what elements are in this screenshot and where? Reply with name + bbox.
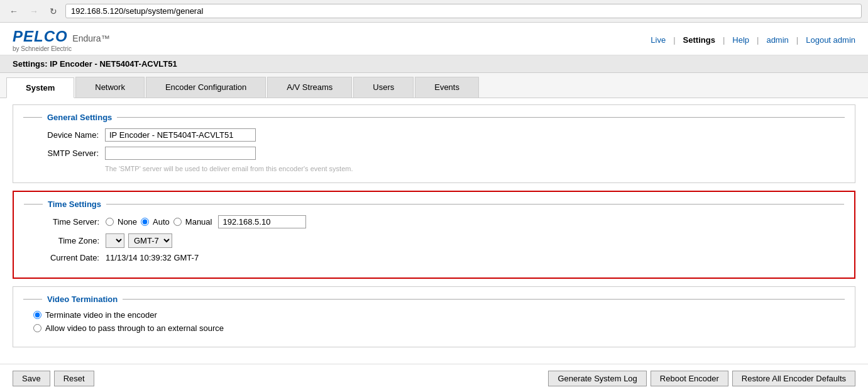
footer-right: Generate System Log Reboot Encoder Resto… <box>548 371 855 386</box>
device-name-label: Device Name: <box>23 130 99 140</box>
video-terminate-radio[interactable] <box>33 311 41 319</box>
admin-link[interactable]: admin <box>766 35 788 45</box>
time-server-row: Time Server: None Auto Manual <box>24 215 844 228</box>
live-link[interactable]: Live <box>651 35 666 45</box>
pelco-logo: PELCO <box>13 28 68 45</box>
tabs-bar: System Network Encoder Configuration A/V… <box>0 73 868 98</box>
address-bar[interactable] <box>65 4 862 18</box>
tab-events[interactable]: Events <box>415 77 479 98</box>
video-option1-row: Terminate video in the encoder <box>23 310 845 320</box>
reset-button[interactable]: Reset <box>54 371 94 386</box>
time-server-manual-radio[interactable] <box>173 218 182 226</box>
smtp-input[interactable] <box>105 147 256 160</box>
forward-button[interactable]: → <box>26 5 41 18</box>
time-zone-row: Time Zone: GMT-7 <box>24 233 844 248</box>
browser-bar: ← → ↻ <box>0 0 868 23</box>
restore-defaults-button[interactable]: Restore All Encoder Defaults <box>732 371 855 386</box>
manual-time-server-input[interactable] <box>218 215 306 228</box>
general-settings-title: General Settings <box>23 113 845 122</box>
current-date-value: 11/13/14 10:39:32 GMT-7 <box>106 253 199 262</box>
current-date-label: Current Date: <box>24 253 99 262</box>
time-zone-select-2[interactable]: GMT-7 <box>128 233 172 248</box>
device-name-row: Device Name: <box>23 128 845 142</box>
current-date-row: Current Date: 11/13/14 10:39:32 GMT-7 <box>24 253 844 262</box>
footer-left: Save Reset <box>13 371 94 386</box>
time-zone-label: Time Zone: <box>24 236 99 245</box>
time-server-auto-radio[interactable] <box>141 218 149 226</box>
save-button[interactable]: Save <box>13 371 50 386</box>
tab-system[interactable]: System <box>6 77 74 98</box>
device-name-input[interactable] <box>105 128 256 142</box>
endura-logo: Endura™ <box>72 33 109 43</box>
tab-network[interactable]: Network <box>75 77 145 98</box>
top-nav: PELCO Endura™ by Schneider Electric Live… <box>0 23 868 55</box>
smtp-label: SMTP Server: <box>23 149 99 158</box>
tab-av-streams[interactable]: A/V Streams <box>267 77 352 98</box>
logout-link[interactable]: Logout admin <box>806 35 855 45</box>
logo-area: PELCO Endura™ by Schneider Electric <box>13 28 109 52</box>
reboot-encoder-button[interactable]: Reboot Encoder <box>651 371 728 386</box>
back-button[interactable]: ← <box>6 5 21 18</box>
settings-link[interactable]: Settings <box>683 35 715 45</box>
smtp-row: SMTP Server: <box>23 147 845 160</box>
main-content: General Settings Device Name: SMTP Serve… <box>0 98 868 361</box>
tab-users[interactable]: Users <box>353 77 414 98</box>
video-terminate-label: Terminate video in the encoder <box>45 310 157 320</box>
smtp-hint: The 'SMTP' server will be used to delive… <box>105 165 845 172</box>
general-settings-section: General Settings Device Name: SMTP Serve… <box>13 104 855 183</box>
time-settings-title: Time Settings <box>24 199 844 209</box>
reload-button[interactable]: ↻ <box>47 5 60 18</box>
time-settings-section: Time Settings Time Server: None Auto Man… <box>13 191 855 279</box>
schneider-label: by Schneider Electric <box>13 45 109 52</box>
time-server-auto-label: Auto <box>153 217 170 227</box>
time-server-manual-label: Manual <box>185 217 212 227</box>
video-option2-row: Allow video to pass through to an extern… <box>23 323 845 333</box>
time-zone-select-1[interactable] <box>106 233 124 248</box>
tab-encoder-configuration[interactable]: Encoder Configuration <box>146 77 266 98</box>
time-server-none-label: None <box>118 217 137 227</box>
time-server-radio-group: None Auto Manual <box>106 215 306 228</box>
video-termination-section: Video Termination Terminate video in the… <box>13 286 855 347</box>
time-server-none-radio[interactable] <box>106 218 114 226</box>
page-header: Settings: IP Encoder - NET5404T-ACVLT51 <box>0 55 868 73</box>
footer-bar: Save Reset Generate System Log Reboot En… <box>0 364 868 387</box>
video-passthrough-radio[interactable] <box>33 324 41 332</box>
video-termination-title: Video Termination <box>23 294 845 304</box>
page-title: Settings: IP Encoder - NET5404T-ACVLT51 <box>13 59 177 69</box>
generate-system-log-button[interactable]: Generate System Log <box>548 371 646 386</box>
top-nav-links: Live | Settings | Help | admin | Logout … <box>651 35 855 45</box>
time-server-label: Time Server: <box>24 217 99 227</box>
video-passthrough-label: Allow video to pass through to an extern… <box>45 323 224 333</box>
help-link[interactable]: Help <box>732 35 749 45</box>
